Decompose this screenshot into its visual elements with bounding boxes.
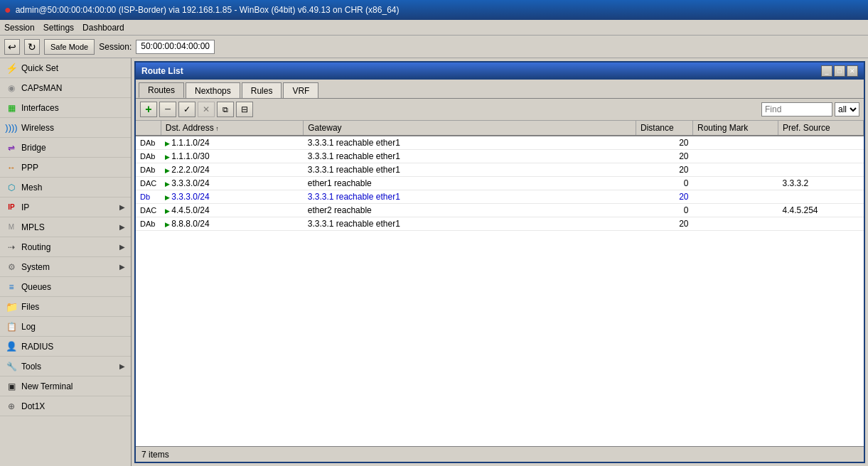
find-dropdown[interactable]: all [835, 102, 859, 116]
row-gateway: 3.3.3.1 reachable ether1 [304, 150, 636, 163]
row-routing-mark [693, 177, 778, 190]
row-dst: ▶3.3.3.0/24 [161, 190, 303, 204]
sidebar-item-routing[interactable]: ⇢ Routing [0, 237, 131, 257]
table-row[interactable]: DAb ▶1.1.1.0/24 3.3.3.1 reachable ether1… [136, 136, 864, 150]
menu-dashboard[interactable]: Dashboard [82, 23, 124, 33]
row-routing-mark [693, 163, 778, 177]
bridge-icon: ⇌ [6, 142, 17, 153]
sidebar-item-new-terminal[interactable]: ▣ New Terminal [0, 376, 131, 396]
sidebar-item-wireless[interactable]: )))) Wireless [0, 118, 131, 138]
tools-submenu-arrow [119, 362, 125, 370]
window-titlebar: Route List _ □ ✕ [136, 63, 864, 80]
table-row[interactable]: DAC ▶3.3.3.0/24 ether1 reachable 0 3.3.3… [136, 177, 864, 190]
sidebar-item-radius[interactable]: 👤 RADIUS [0, 337, 131, 357]
redo-button[interactable]: ↻ [24, 39, 40, 55]
sidebar-item-log[interactable]: 📋 Log [0, 317, 131, 337]
table-row[interactable]: DAC ▶4.4.5.0/24 ether2 reachable 0 4.4.5… [136, 204, 864, 217]
sidebar-item-label: New Terminal [21, 381, 125, 391]
check-button[interactable]: ✓ [178, 102, 195, 117]
table-row[interactable]: DAb ▶2.2.2.0/24 3.3.3.1 reachable ether1… [136, 163, 864, 177]
row-distance: 20 [636, 150, 693, 163]
row-distance: 20 [636, 190, 693, 204]
col-flags[interactable] [136, 121, 161, 136]
wireless-icon: )))) [6, 122, 17, 134]
sidebar-item-ip[interactable]: IP IP [0, 197, 131, 217]
routing-submenu-arrow [119, 243, 125, 251]
add-button[interactable]: + [140, 102, 157, 117]
copy-button[interactable]: ⧉ [217, 102, 234, 117]
status-bar: 7 items [136, 446, 864, 462]
sidebar-item-capsman[interactable]: ◉ CAPsMAN [0, 78, 131, 98]
mpls-icon: M [6, 222, 17, 233]
system-icon: ⚙ [6, 261, 17, 273]
undo-button[interactable]: ↩ [4, 39, 20, 55]
tools-icon: 🔧 [6, 361, 17, 372]
safe-mode-button[interactable]: Safe Mode [44, 39, 95, 55]
table-row[interactable]: Db ▶3.3.3.0/24 3.3.3.1 reachable ether1 … [136, 190, 864, 204]
find-input[interactable] [761, 102, 832, 116]
tab-routes[interactable]: Routes [139, 82, 184, 98]
col-pref-source[interactable]: Pref. Source [778, 121, 864, 136]
row-distance: 0 [636, 204, 693, 217]
row-flags: DAb [136, 163, 161, 177]
sidebar-item-tools[interactable]: 🔧 Tools [0, 357, 131, 376]
routing-icon: ⇢ [6, 242, 17, 253]
row-dst: ▶1.1.1.0/24 [161, 136, 303, 150]
window-controls: _ □ ✕ [821, 65, 858, 77]
col-distance[interactable]: Distance [636, 121, 693, 136]
routes-table-container: Dst. Address Gateway Distance Routing Ma… [136, 121, 864, 446]
sidebar-item-ppp[interactable]: ↔ PPP [0, 158, 131, 178]
sidebar-item-label: Interfaces [21, 103, 125, 113]
sidebar-item-system[interactable]: ⚙ System [0, 257, 131, 277]
session-label: Session: [99, 42, 132, 52]
filter-button[interactable]: ⊟ [236, 102, 253, 117]
sidebar-item-label: Tools [21, 362, 115, 372]
tab-vrf[interactable]: VRF [283, 82, 318, 98]
row-routing-mark [693, 217, 778, 231]
queues-icon: ≡ [6, 281, 17, 293]
row-distance: 20 [636, 136, 693, 150]
row-flags: DAb [136, 136, 161, 150]
table-row[interactable]: DAb ▶1.1.1.0/30 3.3.3.1 reachable ether1… [136, 150, 864, 163]
sidebar-item-dot1x[interactable]: ⊕ Dot1X [0, 396, 131, 416]
row-pref-source: 3.3.3.2 [778, 177, 864, 190]
table-row[interactable]: DAb ▶8.8.8.0/24 3.3.3.1 reachable ether1… [136, 217, 864, 231]
row-dst: ▶1.1.1.0/30 [161, 150, 303, 163]
sidebar-item-mesh[interactable]: ⬡ Mesh [0, 178, 131, 197]
sidebar-item-mpls[interactable]: M MPLS [0, 217, 131, 237]
row-flags: DAb [136, 217, 161, 231]
routes-table: Dst. Address Gateway Distance Routing Ma… [136, 121, 864, 231]
ppp-icon: ↔ [6, 162, 17, 173]
col-dst-address[interactable]: Dst. Address [161, 121, 303, 136]
ip-submenu-arrow [119, 203, 125, 211]
sidebar-item-quick-set[interactable]: ⚡ Quick Set [0, 58, 131, 78]
row-routing-mark [693, 190, 778, 204]
menu-settings[interactable]: Settings [43, 23, 74, 33]
sidebar-item-label: CAPsMAN [21, 83, 125, 93]
tab-nexthops[interactable]: Nexthops [186, 82, 240, 98]
sidebar-item-files[interactable]: 📁 Files [0, 297, 131, 317]
sidebar-item-label: Wireless [21, 123, 125, 133]
row-flags: DAC [136, 177, 161, 190]
sidebar-item-bridge[interactable]: ⇌ Bridge [0, 138, 131, 158]
cross-button[interactable]: ✕ [198, 102, 215, 117]
sidebar-item-label: Routing [21, 242, 115, 252]
toolbar: ↩ ↻ Safe Mode Session: 50:00:00:04:00:00 [0, 36, 868, 58]
sidebar-item-interfaces[interactable]: ▦ Interfaces [0, 98, 131, 118]
row-gateway: ether1 reachable [304, 177, 636, 190]
sidebar-item-label: Mesh [21, 183, 125, 193]
col-gateway[interactable]: Gateway [304, 121, 636, 136]
row-routing-mark [693, 136, 778, 150]
col-routing-mark[interactable]: Routing Mark [693, 121, 778, 136]
menu-bar: Session Settings Dashboard [0, 20, 868, 36]
sidebar-item-queues[interactable]: ≡ Queues [0, 277, 131, 297]
window-maximize-button[interactable]: □ [834, 65, 845, 77]
remove-button[interactable]: − [159, 102, 176, 117]
sidebar-item-label: IP [21, 202, 115, 212]
tab-rules[interactable]: Rules [242, 82, 282, 98]
row-distance: 20 [636, 163, 693, 177]
sidebar-item-label: Queues [21, 282, 125, 292]
window-minimize-button[interactable]: _ [821, 65, 832, 77]
window-close-button[interactable]: ✕ [847, 65, 858, 77]
menu-session[interactable]: Session [4, 23, 35, 33]
